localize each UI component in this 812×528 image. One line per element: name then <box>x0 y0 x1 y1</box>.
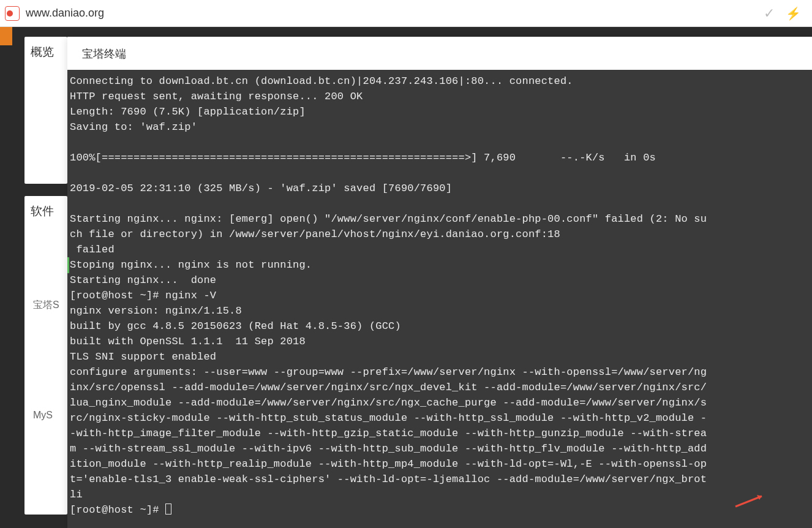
checkmark-icon[interactable]: ✓ <box>764 6 775 21</box>
modal-title: 宝塔终端 <box>67 37 812 70</box>
overview-label: 概览 <box>31 45 54 58</box>
left-accent <box>0 27 12 45</box>
overview-card[interactable]: 概览 <box>24 37 67 184</box>
software-label: 软件 <box>31 205 54 217</box>
browser-actions: ✓ ⚡ <box>764 6 807 21</box>
terminal-body[interactable]: Connecting to download.bt.cn (download.b… <box>67 70 812 528</box>
software-card[interactable]: 软件 宝塔S MyS <box>24 196 67 515</box>
lightning-icon[interactable]: ⚡ <box>786 6 801 21</box>
sidebar-item-mysql[interactable]: MyS <box>33 410 61 421</box>
page-background: 概览 软件 宝塔S MyS 宝塔终端 Connecting to downloa… <box>0 27 812 528</box>
sidebar-item-bt[interactable]: 宝塔S <box>33 299 61 312</box>
annotation-arrow-icon <box>732 491 769 510</box>
site-favicon <box>5 6 20 21</box>
terminal-modal: 宝塔终端 Connecting to download.bt.cn (downl… <box>67 37 812 528</box>
url-text[interactable]: www.daniao.org <box>26 7 757 20</box>
status-indicator <box>67 257 69 273</box>
browser-address-bar: www.daniao.org ✓ ⚡ <box>0 0 812 27</box>
side-panel: 概览 软件 宝塔S MyS <box>24 37 67 527</box>
terminal-output: Connecting to download.bt.cn (download.b… <box>70 74 810 518</box>
terminal-cursor <box>165 503 171 515</box>
